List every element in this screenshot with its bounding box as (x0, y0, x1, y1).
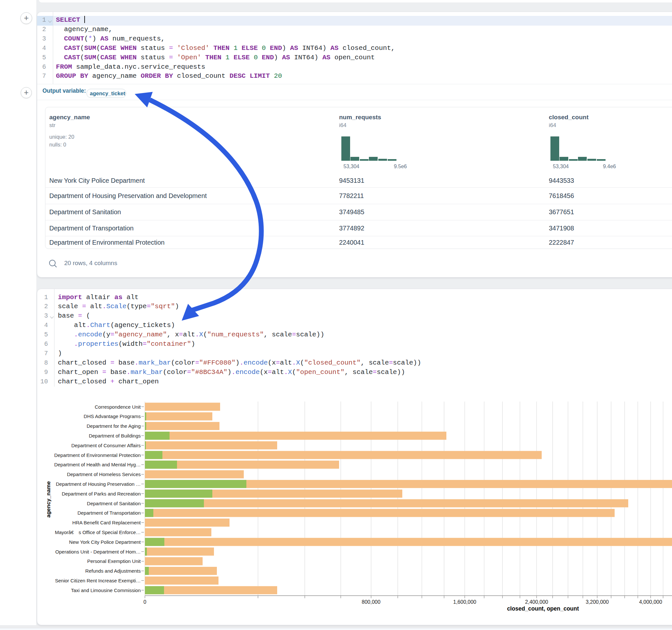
svg-text:Department of Sanitation: Department of Sanitation (87, 501, 141, 506)
svg-text:Correspondence Unit: Correspondence Unit (95, 404, 141, 410)
svg-text:1,600,000: 1,600,000 (453, 599, 476, 605)
svg-text:0: 0 (144, 599, 146, 605)
svg-text:3,200,000: 3,200,000 (586, 599, 609, 605)
svg-text:Refunds and Adjustments: Refunds and Adjustments (85, 568, 141, 574)
svg-text:Taxi and Limousine Commission: Taxi and Limousine Commission (71, 587, 141, 593)
svg-text:Senior Citizen Rent Increase E: Senior Citizen Rent Increase Exempti… (55, 578, 141, 583)
svg-text:Department of Health and Menta: Department of Health and Mental Hyg… (54, 462, 141, 467)
svg-text:closed_count, open_count: closed_count, open_count (507, 605, 579, 612)
svg-text:Department of Housing Preserva: Department of Housing Preservation … (56, 481, 141, 487)
svg-text:Personal Exemption Unit: Personal Exemption Unit (87, 558, 141, 564)
svg-text:Department of Environmental Pr: Department of Environmental Protection (54, 453, 141, 458)
svg-text:800,000: 800,000 (362, 599, 381, 605)
svg-text:Department of Parks and Recrea: Department of Parks and Recreation (62, 491, 141, 496)
svg-text:Department of Homeless Service: Department of Homeless Services (67, 471, 141, 477)
svg-text:HRA Benefit Card Replacement: HRA Benefit Card Replacement (72, 520, 141, 525)
svg-text:Department of Buildings: Department of Buildings (89, 433, 141, 438)
svg-text:DHS Advantage Programs: DHS Advantage Programs (83, 413, 141, 419)
svg-text:Operations Unit - Department o: Operations Unit - Department of Hom… (55, 549, 141, 555)
svg-text:New York City Police Departmen: New York City Police Department (69, 539, 141, 545)
svg-text:Department of Consumer Affairs: Department of Consumer Affairs (71, 443, 141, 448)
svg-text:agency_name: agency_name (45, 481, 51, 517)
svg-text:Department of Transportation: Department of Transportation (77, 510, 141, 516)
svg-text:Department for the Aging: Department for the Aging (87, 423, 141, 429)
svg-text:4,000,000: 4,000,000 (639, 599, 662, 605)
svg-text:Mayorâ€ s Office of Special En: Mayorâ€ s Office of Special Enforce… (55, 530, 141, 535)
svg-text:2,400,000: 2,400,000 (525, 599, 548, 605)
